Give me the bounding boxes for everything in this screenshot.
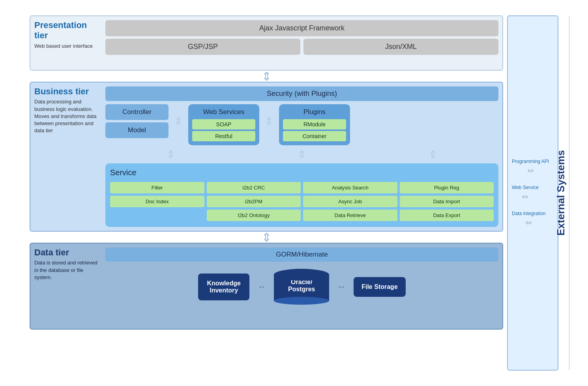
service-item-data-export: Data Export: [400, 210, 494, 221]
diagram-wrapper: Presentation tier Web based user interfa…: [22, 7, 566, 379]
service-box: Service Filter I2b2 CRC Analysis Search …: [105, 163, 498, 227]
data-tier-title: Data tier: [34, 247, 101, 258]
service-grid: Filter I2b2 CRC Analysis Search Plugin R…: [110, 182, 494, 221]
json-box: Json/XML: [303, 39, 498, 55]
data-tier-label: Data tier Data is stored and retrieved i…: [34, 247, 105, 325]
business-tier-label: Business tier Data processing and busine…: [34, 86, 105, 227]
ctrl-model-col: Controller Model: [105, 104, 169, 138]
above-service-arrow-3: ⇕: [429, 149, 437, 159]
business-tier-body: Security (with Plugins) Controller Model…: [105, 86, 498, 227]
service-item-filter: Filter: [110, 182, 204, 193]
ext-item-data-integration: Data Integration ⇔: [512, 211, 545, 227]
service-item-analysis-search: Analysis Search: [303, 182, 397, 193]
above-service-arrows: ⇕ ⇕ ⇕: [105, 148, 498, 160]
ext-item-web-service-arrow: ⇔: [522, 192, 528, 201]
data-tier-body: GORM/Hibernate Knowledge Inventory ↔ Ora…: [105, 247, 498, 325]
biz-ws-arrows: ⇕: [265, 104, 273, 126]
service-item-data-retrieve: Data Retrieve: [303, 210, 397, 221]
business-tier: Business tier Data processing and busine…: [30, 82, 503, 232]
external-systems-title: External Systems: [553, 16, 569, 370]
gsp-box: GSP/JSP: [105, 39, 300, 55]
cylinder-bottom: [274, 297, 329, 305]
pres-biz-arrow: ⇕: [30, 71, 503, 82]
ws-arrow-icon: ⇕: [265, 116, 273, 126]
controller-box: Controller: [105, 104, 169, 120]
file-storage-box: File Storage: [354, 277, 406, 297]
biz-ctrl-arrows: ⇕: [174, 104, 183, 126]
knowledge-inventory-box: Knowledge Inventory: [198, 274, 249, 300]
biz-data-arrow-icon: ⇕: [262, 230, 272, 244]
security-box: Security (with Plugins): [105, 86, 498, 101]
biz-data-arrow: ⇕: [30, 232, 503, 243]
cylinder-top: [274, 269, 329, 281]
service-item-plugin-reg: Plugin Reg: [400, 182, 494, 193]
business-tier-desc: Data processing and business logic evalu…: [34, 98, 101, 134]
biz-mid-section: Controller Model ⇕ Web Services SOAP Res…: [105, 104, 498, 145]
presentation-bottom-row: GSP/JSP Json/XML: [105, 39, 498, 55]
presentation-tier-desc: Web based user interface: [34, 43, 101, 50]
ext-item-programming-api-arrow: ⇔: [527, 166, 534, 175]
ext-item-data-integration-label: Data Integration: [512, 211, 545, 216]
data-tier: Data tier Data is stored and retrieved i…: [30, 243, 503, 330]
presentation-tier-title: Presentation tier: [34, 20, 101, 41]
service-title: Service: [110, 168, 494, 177]
model-box: Model: [105, 122, 169, 138]
ctrl-arrow-icon: ⇕: [174, 116, 183, 126]
container-box: Container: [283, 131, 346, 141]
web-services-box: Web Services SOAP Restful: [188, 104, 259, 145]
plugins-title: Plugins: [283, 108, 346, 116]
db-arrow-right: ↔: [337, 282, 346, 292]
above-service-arrow-2: ⇕: [298, 149, 306, 159]
service-item-async-job: Async Job: [303, 196, 397, 207]
plugins-box: Plugins RModule Container: [279, 104, 350, 145]
ext-item-programming-api-label: Programming API: [512, 159, 549, 164]
service-item-i2b2crc: I2b2 CRC: [207, 182, 301, 193]
web-services-title: Web Services: [192, 108, 255, 116]
ext-item-data-integration-arrow: ⇔: [525, 218, 532, 227]
service-item-i2b2pm: i2b2PM: [207, 196, 301, 207]
presentation-tier-label: Presentation tier Web based user interfa…: [34, 20, 105, 66]
restful-box: Restful: [192, 131, 255, 141]
service-item-doc-index: Doc Index: [110, 196, 204, 207]
presentation-tier-body: Ajax Javascript Framework GSP/JSP Json/X…: [105, 20, 498, 66]
pres-biz-arrow-icon: ⇕: [262, 69, 272, 83]
oracle-postgres-container: Oracle/ Postgres: [274, 269, 329, 305]
service-item-data-import: Data Import: [400, 196, 494, 207]
service-item-i2b2ontology: I2b2 Ontology: [207, 210, 301, 221]
service-item-empty: [110, 210, 204, 221]
external-systems-panel: Programming API ⇔ Web Service ⇔ Data Int…: [507, 15, 558, 371]
business-tier-title: Business tier: [34, 86, 101, 97]
ext-item-web-service: Web Service ⇔: [512, 185, 539, 201]
rmodule-box: RModule: [283, 119, 346, 129]
above-service-arrow-1: ⇕: [167, 149, 175, 159]
main-content: Presentation tier Web based user interfa…: [30, 15, 503, 371]
ext-item-web-service-label: Web Service: [512, 185, 539, 190]
gorm-box: GORM/Hibernate: [105, 247, 498, 262]
db-row: Knowledge Inventory ↔ Oracle/ Postgres ↔…: [105, 269, 498, 305]
db-arrow-left: ↔: [257, 282, 266, 292]
external-items-list: Programming API ⇔ Web Service ⇔ Data Int…: [508, 16, 553, 370]
presentation-tier: Presentation tier Web based user interfa…: [30, 15, 503, 71]
soap-box: SOAP: [192, 119, 255, 129]
data-tier-desc: Data is stored and retrieved in the data…: [34, 259, 101, 281]
ext-item-programming-api: Programming API ⇔: [512, 159, 549, 175]
ajax-box: Ajax Javascript Framework: [105, 20, 498, 36]
